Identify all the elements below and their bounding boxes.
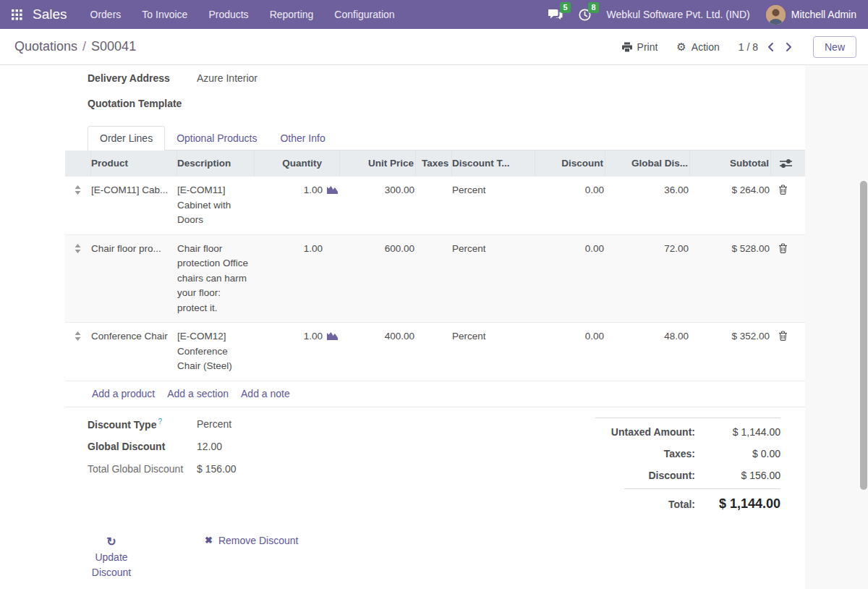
cell-unit-price[interactable]: 400.00 <box>340 323 416 381</box>
header-description[interactable]: Description <box>177 151 255 176</box>
cell-global-discount[interactable]: 48.00 <box>605 323 690 381</box>
company-switcher[interactable]: Webkul Software Pvt. Ltd. (IND) <box>607 9 750 20</box>
messages-badge: 5 <box>560 2 570 13</box>
breadcrumb-current: S00041 <box>91 39 136 54</box>
header-unit-price[interactable]: Unit Price <box>340 151 416 176</box>
drag-handle-icon[interactable] <box>65 235 91 323</box>
add-section-link[interactable]: Add a section <box>167 388 229 399</box>
update-discount-button[interactable]: ↻ Update Discount <box>88 534 135 580</box>
notebook-tabs: Order Lines Optional Products Other Info <box>88 126 805 151</box>
remove-discount-label: Remove Discount <box>218 535 299 546</box>
delete-row-icon[interactable] <box>778 331 788 341</box>
cell-discount[interactable]: 0.00 <box>535 323 605 381</box>
menu-products[interactable]: Products <box>208 6 248 23</box>
cell-unit-price[interactable]: 600.00 <box>340 235 416 323</box>
cell-taxes[interactable] <box>416 235 452 323</box>
cell-discount[interactable]: 0.00 <box>535 177 605 234</box>
global-discount-value[interactable]: 12.00 <box>197 441 222 452</box>
menu-to-invoice[interactable]: To Invoice <box>142 6 187 23</box>
total-global-discount-value: $ 156.00 <box>197 463 237 475</box>
header-taxes[interactable]: Taxes <box>416 151 452 176</box>
cell-subtotal: $ 528.00 <box>690 235 771 323</box>
gear-icon: ⚙ <box>676 42 686 52</box>
table-row[interactable]: Conference Chair [E-COM12] Conference Ch… <box>65 322 805 381</box>
cell-global-discount[interactable]: 72.00 <box>605 235 690 323</box>
taxes-row: Taxes: $ 0.00 <box>595 443 780 465</box>
discount-fields: Discount Type? Percent Global Discount 1… <box>88 418 237 517</box>
print-button[interactable]: Print <box>622 41 658 53</box>
discount-type-label: Discount Type? <box>88 418 197 431</box>
header-discount-type[interactable]: Discount T... <box>452 151 535 176</box>
form-view: Delivery Address Azure Interior Quotatio… <box>0 65 868 589</box>
cell-unit-price[interactable]: 300.00 <box>340 177 416 234</box>
untaxed-amount-label: Untaxed Amount: <box>595 426 695 438</box>
action-button[interactable]: ⚙ Action <box>676 41 719 53</box>
drag-handle-icon[interactable] <box>65 177 91 234</box>
cell-quantity[interactable]: 1.00 <box>255 177 340 234</box>
discount-row: Discount: $ 156.00 <box>595 465 780 486</box>
user-menu[interactable]: Mitchell Admin <box>766 5 856 25</box>
activities-button[interactable]: 8 <box>579 9 591 21</box>
breadcrumb-separator: / <box>82 39 86 54</box>
messages-button[interactable]: 5 <box>548 9 563 20</box>
header-product[interactable]: Product <box>91 151 177 176</box>
vertical-scrollbar[interactable] <box>860 181 867 490</box>
discount-type-field: Discount Type? Percent <box>88 418 237 431</box>
forecast-chart-icon[interactable] <box>323 331 339 340</box>
table-row[interactable]: [E-COM11] Cab... [E-COM11] Cabinet with … <box>65 176 805 234</box>
new-button[interactable]: New <box>813 36 856 58</box>
order-lines-table: Product Description Quantity Unit Price … <box>65 151 805 407</box>
apps-grid-icon[interactable] <box>12 9 22 20</box>
cell-discount-type[interactable]: Percent <box>452 323 535 381</box>
cell-taxes[interactable] <box>416 323 452 381</box>
total-label: Total: <box>624 499 695 510</box>
cell-description[interactable]: Chair floor protection Office chairs can… <box>177 235 255 323</box>
cell-quantity[interactable]: 1.00 <box>255 235 340 323</box>
cell-description[interactable]: [E-COM11] Cabinet with Doors <box>177 177 255 234</box>
drag-handle-icon[interactable] <box>65 323 91 381</box>
header-quantity[interactable]: Quantity <box>255 151 340 176</box>
total-global-discount-field: Total Global Discount $ 156.00 <box>88 463 237 475</box>
refresh-icon: ↻ <box>106 534 116 549</box>
cell-global-discount[interactable]: 36.00 <box>605 177 690 234</box>
help-icon[interactable]: ? <box>158 418 162 425</box>
tab-order-lines[interactable]: Order Lines <box>88 126 165 151</box>
cell-product[interactable]: Conference Chair <box>91 323 177 381</box>
remove-discount-button[interactable]: ✖ Remove Discount <box>205 535 298 546</box>
cell-product[interactable]: [E-COM11] Cab... <box>91 177 177 234</box>
tab-optional-products[interactable]: Optional Products <box>165 127 268 150</box>
header-discount[interactable]: Discount <box>535 151 605 176</box>
cell-product[interactable]: Chair floor pro... <box>91 235 177 323</box>
cell-discount[interactable]: 0.00 <box>535 235 605 323</box>
delete-row-icon[interactable] <box>778 243 788 253</box>
global-discount-label: Global Discount <box>88 441 197 452</box>
optional-columns-button[interactable] <box>771 151 805 176</box>
menu-orders[interactable]: Orders <box>90 6 122 23</box>
menu-reporting[interactable]: Reporting <box>270 6 314 23</box>
pager-next-icon[interactable] <box>783 41 794 54</box>
cell-quantity[interactable]: 1.00 <box>255 323 340 381</box>
table-row[interactable]: Chair floor pro... Chair floor protectio… <box>65 234 805 323</box>
breadcrumb-quotations[interactable]: Quotations <box>14 39 77 54</box>
forecast-chart-icon[interactable] <box>323 185 339 194</box>
delivery-address-value[interactable]: Azure Interior <box>197 72 258 84</box>
app-name[interactable]: Sales <box>33 7 67 22</box>
user-avatar <box>766 5 786 25</box>
add-product-link[interactable]: Add a product <box>92 388 155 399</box>
cell-discount-type[interactable]: Percent <box>452 235 535 323</box>
delete-row-icon[interactable] <box>778 185 788 195</box>
header-subtotal[interactable]: Subtotal <box>690 151 771 176</box>
cell-subtotal: $ 352.00 <box>690 323 771 381</box>
cell-discount-type[interactable]: Percent <box>452 177 535 234</box>
form-sheet: Delivery Address Azure Interior Quotatio… <box>0 65 805 589</box>
cell-taxes[interactable] <box>416 177 452 234</box>
untaxed-amount-value: $ 1,144.00 <box>695 426 780 438</box>
cell-description[interactable]: [E-COM12] Conference Chair (Steel) <box>177 323 255 381</box>
header-global-discount[interactable]: Global Dis... <box>605 151 690 176</box>
tab-other-info[interactable]: Other Info <box>268 127 336 150</box>
pager-value: 1 / 8 <box>739 41 758 53</box>
menu-configuration[interactable]: Configuration <box>334 6 394 23</box>
discount-type-value[interactable]: Percent <box>197 418 231 430</box>
add-note-link[interactable]: Add a note <box>241 388 290 399</box>
pager-previous-icon[interactable] <box>765 41 776 54</box>
